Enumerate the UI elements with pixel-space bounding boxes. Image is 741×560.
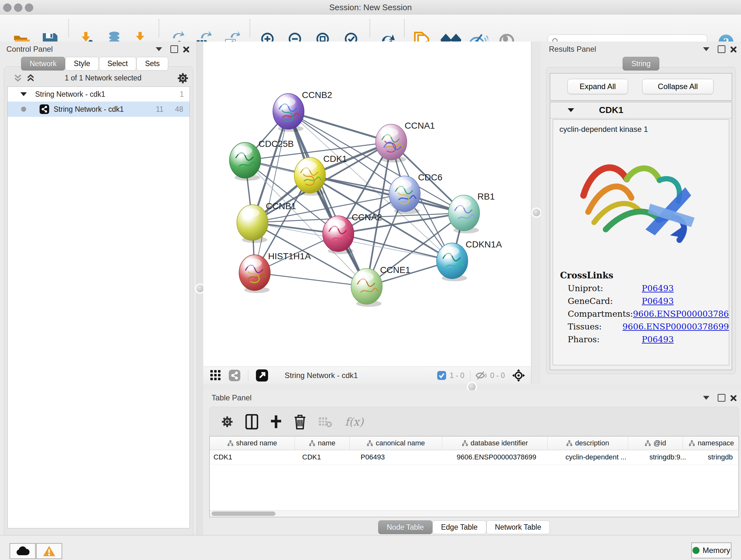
current-network-indicator bbox=[21, 107, 26, 112]
network-options-gear-icon[interactable] bbox=[177, 72, 189, 84]
birds-eye-view-button[interactable] bbox=[210, 370, 221, 381]
tab-network-table[interactable]: Network Table bbox=[486, 520, 550, 534]
table-panel-close-button[interactable] bbox=[730, 395, 736, 401]
network-graph[interactable]: CCNB2CCNA1CDC25BCDK1CDC6RB1CCNB1CCNA2CDK… bbox=[203, 42, 531, 367]
network-node[interactable]: CCNB2 bbox=[273, 90, 332, 132]
collapse-all-networks-icon[interactable] bbox=[13, 74, 23, 83]
table-hscrollbar-thumb[interactable] bbox=[212, 511, 275, 516]
create-column-button[interactable] bbox=[270, 414, 282, 429]
pan-mode-button[interactable] bbox=[512, 369, 525, 382]
network-node-label: CDKN1A bbox=[466, 240, 502, 249]
tab-edge-table[interactable]: Edge Table bbox=[432, 520, 486, 534]
warning-status-button[interactable] bbox=[36, 543, 62, 559]
network-tree-child-row[interactable]: String Network - cdk1 11 48 bbox=[8, 102, 190, 117]
network-view-title: String Network - cdk1 bbox=[285, 371, 437, 380]
control-panel-close-button[interactable] bbox=[183, 46, 189, 52]
crosslink-row: Uniprot:P06493 bbox=[568, 284, 729, 293]
table-cell[interactable]: stringdb:9... bbox=[646, 450, 704, 464]
memory-status-button[interactable]: Memory bbox=[691, 543, 731, 558]
tab-select[interactable]: Select bbox=[99, 57, 137, 71]
expand-all-networks-icon[interactable] bbox=[26, 74, 36, 83]
network-edge[interactable] bbox=[255, 111, 288, 273]
main-toolbar: ? bbox=[0, 15, 741, 42]
left-splitter[interactable] bbox=[197, 42, 204, 535]
network-node[interactable]: CDC6 bbox=[389, 172, 442, 214]
right-splitter[interactable] bbox=[531, 42, 541, 384]
column-header[interactable]: canonical name bbox=[350, 436, 442, 450]
network-canvas[interactable]: CCNB2CCNA1CDC25BCDK1CDC6RB1CCNB1CCNA2CDK… bbox=[203, 42, 531, 367]
network-selection-status: 1 of 1 Network selected bbox=[39, 74, 167, 82]
crosslink-link[interactable]: 9606.ENSP00000378699 bbox=[633, 309, 729, 319]
right-splitter-handle[interactable] bbox=[533, 209, 540, 216]
table-hscrollbar[interactable] bbox=[210, 510, 738, 517]
crosslink-link[interactable]: P06493 bbox=[642, 296, 674, 306]
crosslink-link[interactable]: 9606.ENSP00000378699 bbox=[623, 322, 729, 331]
toolbar-separator bbox=[404, 19, 405, 37]
title-bar: Session: New Session bbox=[0, 0, 741, 15]
column-header[interactable]: namespace bbox=[683, 436, 740, 450]
horizontal-splitter-handle[interactable] bbox=[468, 383, 476, 391]
table-cell[interactable]: P06493 bbox=[357, 450, 453, 464]
tab-node-table[interactable]: Node Table bbox=[378, 520, 432, 534]
tab-style[interactable]: Style bbox=[65, 57, 98, 71]
protein-structure-image bbox=[570, 139, 711, 261]
table-cell[interactable]: CDK1 bbox=[210, 450, 298, 464]
column-header[interactable]: description bbox=[548, 436, 628, 450]
toolbar-separator bbox=[158, 19, 159, 37]
left-splitter-handle[interactable] bbox=[196, 285, 204, 293]
column-header[interactable]: name bbox=[295, 436, 350, 450]
tab-sets[interactable]: Sets bbox=[136, 57, 168, 71]
column-header[interactable]: database identifier bbox=[442, 436, 548, 450]
network-node[interactable]: HIST1H1A bbox=[239, 251, 311, 293]
table-cell[interactable]: stringdb bbox=[704, 450, 741, 464]
collapse-all-button[interactable]: Collapse All bbox=[642, 79, 714, 94]
tree-expander-icon[interactable] bbox=[20, 92, 27, 96]
table-cell[interactable]: CDK1 bbox=[298, 450, 357, 464]
crosslink-link[interactable]: P06493 bbox=[642, 284, 674, 293]
table-panel-float-button[interactable] bbox=[718, 394, 725, 401]
table-row[interactable]: CDK1CDK1P064939606.ENSP00000378699cyclin… bbox=[210, 450, 738, 464]
open-in-window-button[interactable] bbox=[256, 369, 268, 381]
results-panel-menu-button[interactable] bbox=[703, 47, 710, 51]
results-panel-close-button[interactable] bbox=[730, 46, 736, 52]
horizontal-splitter[interactable] bbox=[203, 384, 741, 390]
network-overview-button[interactable] bbox=[229, 370, 240, 381]
table-options-gear-icon[interactable] bbox=[220, 415, 234, 428]
selected-node-edge-counts: 1 - 0 bbox=[450, 371, 464, 380]
table-panel-menu-button[interactable] bbox=[703, 396, 710, 400]
selected-checkbox-icon[interactable] bbox=[437, 371, 447, 380]
table-cell[interactable]: 9606.ENSP00000378699 bbox=[453, 450, 562, 464]
expand-all-button[interactable]: Expand All bbox=[567, 79, 628, 94]
cloud-status-button[interactable] bbox=[10, 543, 36, 559]
network-node[interactable]: CDC25B bbox=[229, 139, 293, 181]
tab-string-results[interactable]: String bbox=[623, 57, 659, 71]
tab-network[interactable]: Network bbox=[21, 57, 65, 71]
gene-card-body: cyclin-dependent kinase 1 bbox=[553, 119, 729, 365]
column-type-icon bbox=[367, 440, 373, 446]
column-header[interactable]: @id bbox=[628, 436, 683, 450]
network-node[interactable]: RB1 bbox=[448, 192, 495, 233]
network-collection-count: 1 bbox=[180, 90, 184, 99]
network-node[interactable]: CCNE1 bbox=[351, 265, 410, 307]
network-node-label: CCNA1 bbox=[405, 121, 435, 131]
control-panel-menu-button[interactable] bbox=[156, 47, 162, 51]
control-panel-float-button[interactable] bbox=[171, 45, 178, 53]
delete-column-button[interactable] bbox=[294, 414, 306, 429]
network-edge[interactable] bbox=[288, 111, 391, 142]
network-collection-label: String Network - cdk1 bbox=[35, 90, 180, 99]
show-columns-button[interactable] bbox=[246, 414, 258, 429]
gene-card-expander-icon[interactable] bbox=[568, 108, 574, 112]
gene-card-header[interactable]: CDK1 bbox=[550, 102, 732, 118]
network-edge[interactable] bbox=[255, 273, 367, 287]
network-node[interactable]: CDKN1A bbox=[436, 240, 502, 281]
table-cell[interactable]: cyclin-dependent ... bbox=[562, 450, 646, 464]
crosslink-link[interactable]: P06493 bbox=[642, 334, 674, 344]
network-tree-root-row[interactable]: String Network - cdk1 1 bbox=[8, 87, 190, 102]
column-header[interactable]: shared name bbox=[210, 436, 295, 450]
network-edge[interactable] bbox=[338, 234, 452, 261]
results-panel-float-button[interactable] bbox=[718, 45, 725, 53]
toolbar-divider bbox=[470, 371, 470, 380]
gene-description: cyclin-dependent kinase 1 bbox=[559, 125, 729, 134]
network-node-label: CCNE1 bbox=[380, 265, 410, 275]
network-node[interactable]: CCNB1 bbox=[237, 201, 296, 243]
